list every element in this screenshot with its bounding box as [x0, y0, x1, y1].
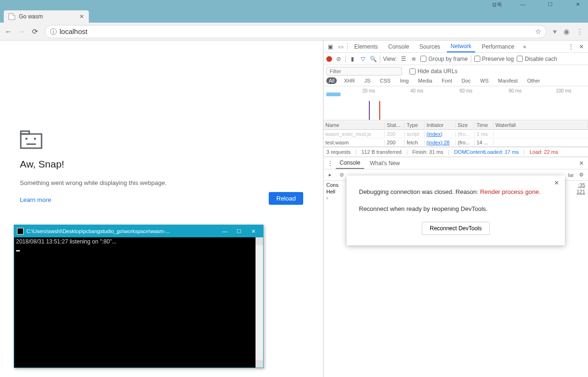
drawer-tabbar: ⋮ Console What's New ✕	[324, 157, 588, 169]
window-maximize-button[interactable]: ☐	[544, 1, 557, 8]
devtools-menu-icon[interactable]: ⋮	[567, 43, 575, 50]
view-label: View:	[383, 56, 397, 62]
capture-screenshots-icon[interactable]: ▮	[349, 56, 356, 62]
terminal-scrollbar[interactable]	[256, 237, 263, 368]
network-row[interactable]: wasm_exec_mod.js 200 script (index) (fro…	[324, 130, 588, 138]
window-close-button[interactable]: ✕	[571, 1, 584, 8]
disable-cache-checkbox[interactable]: Disable cach	[517, 56, 557, 62]
url-text: localhost	[60, 27, 87, 35]
tab-performance[interactable]: Performance	[478, 41, 518, 52]
url-input[interactable]: i localhost ☆	[45, 25, 546, 38]
drawer-close-icon[interactable]: ✕	[578, 160, 585, 167]
console-sidebar-icon[interactable]: ▸	[326, 172, 334, 178]
inspect-icon[interactable]: ▣	[326, 43, 334, 50]
network-filter-input[interactable]	[326, 67, 402, 75]
tab-console[interactable]: Console	[384, 41, 413, 52]
popup-close-icon[interactable]: ✕	[554, 179, 559, 186]
console-clear-icon[interactable]: ⊘	[338, 172, 345, 178]
filter-type-all[interactable]: All	[326, 77, 337, 84]
svg-rect-3	[34, 138, 36, 140]
group-by-frame-checkbox[interactable]: Group by frame	[420, 56, 468, 62]
window-user: 성욱	[492, 1, 502, 8]
popup-line1: Debugging connection was closed. Reason:…	[359, 188, 553, 196]
terminal-close-button[interactable]: ✕	[246, 228, 260, 235]
browser-tabstrip: Go wasm ✕	[0, 8, 588, 23]
device-toggle-icon[interactable]: ▭	[337, 43, 344, 50]
network-summary: 3 requests| 112 B transferred| Finish: 3…	[324, 147, 588, 157]
bookmark-icon[interactable]: ☆	[535, 27, 541, 36]
webpage-viewport: Aw, Snap! Something went wrong while dis…	[0, 41, 323, 377]
devtools-close-icon[interactable]: ✕	[578, 43, 585, 50]
clear-icon[interactable]: ⊘	[335, 56, 342, 62]
filter-type-doc[interactable]: Doc	[459, 77, 473, 84]
menu-icon[interactable]: ⋮	[576, 27, 583, 36]
back-button[interactable]: ←	[5, 27, 12, 35]
record-button[interactable]	[326, 56, 332, 62]
error-title: Aw, Snap!	[20, 159, 64, 170]
site-info-icon[interactable]: i	[50, 28, 57, 35]
hide-data-urls-checkbox[interactable]: Hide data URLs	[409, 68, 458, 75]
browser-tab[interactable]: Go wasm ✕	[4, 10, 89, 23]
terminal-window: C:\Users\swshi\Desktop\pcbangstudio_go\w…	[14, 225, 264, 368]
console-settings-icon[interactable]: ⚙	[578, 172, 585, 178]
terminal-title: C:\Users\swshi\Desktop\pcbangstudio_go\w…	[26, 228, 218, 234]
tab-title: Go wasm	[19, 13, 43, 20]
filter-type-font[interactable]: Font	[439, 77, 454, 84]
filter-toggle-icon[interactable]: ▽	[359, 56, 366, 62]
filter-type-img[interactable]: Img	[398, 77, 411, 84]
learn-more-link[interactable]: Learn more	[20, 196, 51, 203]
window-minimize-button[interactable]: —	[516, 1, 529, 7]
camera-icon[interactable]: ◉	[563, 27, 570, 36]
svg-rect-0	[21, 134, 42, 148]
console-sidebar-label[interactable]: lar	[568, 172, 574, 178]
svg-rect-4	[26, 143, 36, 145]
type-filter-bar: All XHR JS CSS Img Media Font Doc WS Man…	[326, 77, 585, 84]
terminal-output: 2018/08/31 13:51:27 listening on ":80"..…	[14, 237, 256, 368]
window-titlebar: 성욱 — ☐ ✕	[0, 0, 588, 8]
network-row[interactable]: test.wasm 200 fetch (index):28 (fro... 1…	[324, 138, 588, 147]
forward-button[interactable]: →	[18, 27, 26, 35]
filter-type-media[interactable]: Media	[416, 77, 435, 84]
filter-type-manifest[interactable]: Manifest	[496, 77, 520, 84]
document-icon	[9, 13, 15, 20]
drawer-tab-whatsnew[interactable]: What's New	[366, 157, 404, 169]
popup-line2: Reconnect when ready by reopening DevToo…	[359, 205, 553, 213]
reload-button[interactable]: ⟳	[32, 27, 38, 36]
filter-type-css[interactable]: CSS	[377, 77, 393, 84]
terminal-maximize-button[interactable]: ☐	[232, 228, 246, 235]
large-rows-icon[interactable]: ☰	[400, 56, 407, 62]
terminal-icon	[17, 228, 24, 235]
devtools-tabbar: ▣ ▭ Elements Console Sources Network Per…	[324, 41, 588, 53]
filter-type-ws[interactable]: WS	[478, 77, 491, 84]
reconnect-devtools-button[interactable]: Reconnect DevTools	[422, 222, 490, 235]
filter-type-js[interactable]: JS	[362, 77, 373, 84]
filter-type-other[interactable]: Other	[525, 77, 543, 84]
more-tabs-icon[interactable]: »	[521, 43, 528, 50]
tab-sources[interactable]: Sources	[416, 41, 444, 52]
search-icon[interactable]: 🔍	[369, 56, 377, 62]
network-table-header: Name Stat... Type Initiator Size Time Wa…	[324, 120, 588, 130]
terminal-titlebar[interactable]: C:\Users\swshi\Desktop\pcbangstudio_go\w…	[14, 225, 263, 237]
terminal-minimize-button[interactable]: —	[218, 228, 232, 234]
drawer-tab-console[interactable]: Console	[336, 157, 364, 169]
network-timeline[interactable]: 20 ms 40 ms 60 ms 80 ms 100 ms	[324, 86, 588, 120]
reconnect-popup: ✕ Debugging connection was closed. Reaso…	[347, 176, 565, 245]
reload-page-button[interactable]: Reload	[269, 192, 303, 205]
extension-icon[interactable]: ▾	[553, 27, 557, 36]
sad-folder-icon	[20, 130, 43, 149]
filter-type-xhr[interactable]: XHR	[341, 77, 357, 84]
tab-network[interactable]: Network	[447, 41, 475, 52]
tab-close-icon[interactable]: ✕	[79, 13, 84, 20]
drawer-menu-icon[interactable]: ⋮	[326, 160, 334, 167]
svg-rect-2	[26, 138, 27, 140]
address-bar: ← → ⟳ i localhost ☆ ▾ ◉ ⋮	[0, 23, 588, 41]
network-filter-bar: Hide data URLs All XHR JS CSS Img Media …	[324, 65, 588, 86]
preserve-log-checkbox[interactable]: Preserve log	[474, 56, 514, 62]
error-message: Something went wrong while displaying th…	[20, 179, 167, 186]
waterfall-icon[interactable]: ≋	[410, 56, 418, 62]
network-toolbar: ⊘ ▮ ▽ 🔍 View: ☰ ≋ Group by frame Preserv…	[324, 53, 588, 65]
tab-elements[interactable]: Elements	[350, 41, 382, 52]
svg-rect-1	[21, 131, 29, 134]
